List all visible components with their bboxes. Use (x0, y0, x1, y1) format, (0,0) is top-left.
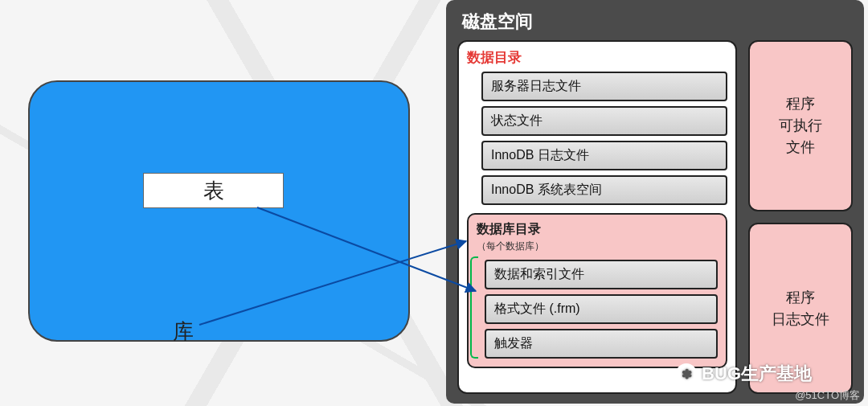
database-directory-box: 数据库目录 （每个数据库） 数据和索引文件 格式文件 (.frm) 触发器 (467, 213, 727, 368)
diagram-stage: 表 库 磁盘空间 数据目录 服务器日志文件 状态文件 InnoDB 日志文件 I… (0, 0, 868, 406)
item-innodb-log: InnoDB 日志文件 (481, 141, 727, 170)
disk-space-title: 磁盘空间 (457, 10, 853, 34)
database-label: 库 (173, 318, 194, 346)
item-trigger: 触发器 (485, 329, 718, 359)
table-label: 表 (203, 177, 224, 205)
disk-space-box: 磁盘空间 数据目录 服务器日志文件 状态文件 InnoDB 日志文件 InnoD… (446, 0, 864, 404)
database-box (28, 80, 410, 342)
data-directory-title: 数据目录 (467, 48, 727, 67)
wechat-icon: ✽ (676, 363, 697, 384)
database-directory-title: 数据库目录 (477, 221, 718, 238)
item-status-file: 状态文件 (481, 106, 727, 136)
watermark-brand: ✽ BUG生产基地 (676, 362, 812, 386)
watermark-site: @51CTO博客 (795, 388, 860, 403)
table-box: 表 (143, 173, 284, 208)
executable-box: 程序 可执行 文件 (748, 40, 853, 211)
item-format-file: 格式文件 (.frm) (485, 294, 718, 324)
bracket-icon (470, 256, 478, 359)
data-directory-box: 数据目录 服务器日志文件 状态文件 InnoDB 日志文件 InnoDB 系统表… (457, 40, 737, 394)
disk-inner: 数据目录 服务器日志文件 状态文件 InnoDB 日志文件 InnoDB 系统表… (457, 40, 853, 394)
watermark-brand-text: BUG生产基地 (702, 362, 812, 386)
database-directory-subtitle: （每个数据库） (477, 240, 718, 253)
item-server-log: 服务器日志文件 (481, 72, 727, 101)
item-innodb-tablespace: InnoDB 系统表空间 (481, 175, 727, 205)
disk-left-column: 数据目录 服务器日志文件 状态文件 InnoDB 日志文件 InnoDB 系统表… (457, 40, 737, 394)
disk-right-column: 程序 可执行 文件 程序 日志文件 (748, 40, 853, 394)
item-data-index-file: 数据和索引文件 (485, 260, 718, 289)
